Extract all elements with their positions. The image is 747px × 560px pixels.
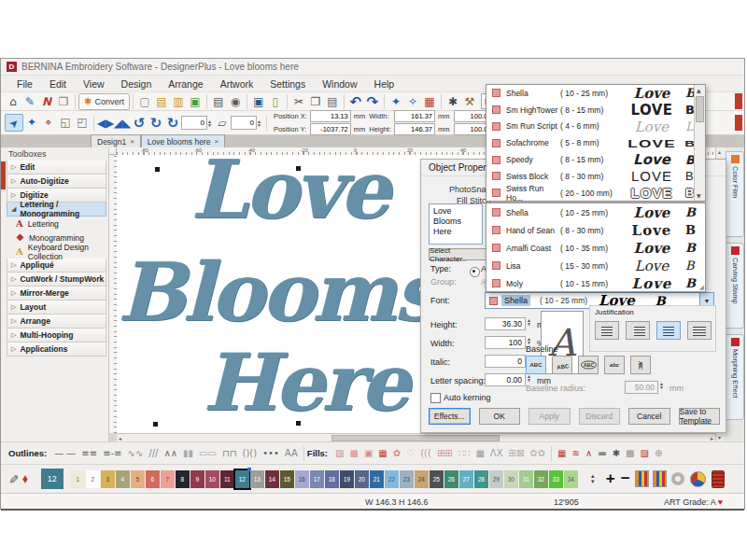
color-swatch[interactable]: 27 bbox=[459, 470, 473, 488]
lettering-text-input[interactable]: Love Blooms Here bbox=[429, 203, 483, 245]
embroidery-text[interactable]: Blooms bbox=[118, 252, 437, 332]
rotate-angle-field[interactable]: 0 bbox=[181, 116, 207, 130]
new-design-icon[interactable]: ▢ bbox=[136, 93, 153, 109]
color-swatch[interactable]: 22 bbox=[385, 470, 399, 488]
font-option[interactable]: Shella ( 10 - 25 mm) Love B bbox=[486, 85, 705, 102]
color-swatch[interactable]: 6 bbox=[146, 470, 160, 488]
color-swatch[interactable]: 20 bbox=[355, 470, 369, 488]
color-swatch[interactable]: 3 bbox=[101, 470, 115, 488]
redo-icon[interactable]: ↷ bbox=[364, 93, 381, 109]
mirror-x-icon[interactable]: ◀▶ bbox=[97, 115, 114, 131]
open-recent-icon[interactable]: ▥ bbox=[170, 93, 187, 109]
toolbox-section[interactable]: ◢ Lettering / Monogramming bbox=[7, 203, 106, 217]
save-design-icon[interactable]: ▣ bbox=[187, 93, 204, 109]
undo-icon[interactable]: ↶ bbox=[347, 93, 364, 109]
toolbox-section[interactable]: ▷ Auto-Digitize bbox=[7, 175, 106, 189]
dialog-button[interactable]: Cancel bbox=[628, 408, 670, 425]
selection-handle[interactable] bbox=[296, 166, 301, 171]
baseline-shape-button[interactable]: ABC bbox=[552, 356, 572, 374]
outline-bar-stitch[interactable]: ▮▮ bbox=[183, 448, 193, 458]
toolbox-section[interactable]: ▷ CutWork / StumpWork bbox=[7, 273, 106, 287]
document-tab[interactable]: Design1 × bbox=[91, 134, 141, 147]
scroll-up-icon[interactable]: ▲ bbox=[697, 87, 701, 93]
scrollbar-thumb[interactable] bbox=[331, 435, 500, 441]
fill-zigzag-red[interactable]: ≋ bbox=[572, 448, 580, 458]
color-picker-icon[interactable]: ✎ bbox=[7, 474, 21, 484]
color-swatch[interactable]: 13 bbox=[250, 470, 264, 488]
baseline-radius-spinner[interactable]: ▲▼ bbox=[659, 382, 664, 389]
italic-field[interactable]: 0 bbox=[485, 355, 526, 368]
baseline-shape-button[interactable]: ABC bbox=[526, 356, 546, 374]
position-y-field[interactable]: -1037.72 bbox=[310, 123, 351, 135]
color-swatch[interactable]: 16 bbox=[295, 470, 309, 488]
justify-center-button[interactable] bbox=[656, 321, 681, 340]
reshape-icon[interactable]: ⌖ bbox=[40, 114, 57, 130]
font-option[interactable]: Swiss Block ( 8 - 30 mm) LOVE B bbox=[486, 168, 705, 185]
color-film-toggle-icon[interactable]: ▦ bbox=[421, 93, 438, 109]
scroll-down-icon[interactable]: ▾ bbox=[718, 434, 721, 441]
color-swatch[interactable]: 32 bbox=[534, 470, 548, 488]
fill-globe[interactable]: ⊕ bbox=[655, 448, 662, 458]
color-swatch[interactable]: 30 bbox=[504, 470, 518, 488]
width-spinner[interactable]: ▲▼ bbox=[527, 337, 531, 344]
cut-icon[interactable]: ✂ bbox=[290, 93, 307, 109]
toolbox-section[interactable]: ▷ Multi-Hooping bbox=[7, 329, 106, 343]
write-to-machine-icon[interactable]: ▣ bbox=[250, 93, 267, 109]
rotate-spinner[interactable]: ▲▼ bbox=[207, 119, 212, 127]
font-option[interactable]: Hand of Sean ( 8 - 30 mm) Love B bbox=[486, 221, 705, 239]
color-swatch[interactable]: 19 bbox=[340, 470, 354, 488]
fill-border[interactable]: ▣ bbox=[364, 448, 373, 458]
color-swatch[interactable]: 23 bbox=[400, 470, 414, 488]
toolbox-section[interactable]: ▷ Edit bbox=[7, 161, 106, 175]
width-field[interactable]: 100 bbox=[485, 336, 526, 349]
selection-handle[interactable] bbox=[296, 421, 301, 426]
rotate-ccw-45-icon[interactable]: ↺ bbox=[131, 115, 148, 131]
outline-wide-stitch[interactable]: ▭▭ bbox=[199, 448, 217, 458]
zoom-in-design-icon[interactable]: ✦ bbox=[388, 93, 404, 109]
color-swatch[interactable]: 33 bbox=[549, 470, 563, 488]
hoop-icon[interactable] bbox=[671, 472, 684, 485]
color-swatch[interactable]: 7 bbox=[161, 470, 175, 488]
outline-sketch-stitch[interactable]: ≡-≡ bbox=[103, 448, 121, 458]
font-option[interactable]: Moly ( 10 - 15 mm) Love B bbox=[486, 274, 705, 292]
height-field[interactable]: 146.37 bbox=[394, 123, 435, 135]
scrollbar-thumb[interactable] bbox=[696, 96, 704, 122]
select-arrow-icon[interactable]: ➤ bbox=[5, 114, 23, 132]
menu-item[interactable]: View bbox=[75, 77, 113, 91]
thread-chart-icon[interactable] bbox=[653, 470, 667, 487]
rotate-free-icon[interactable]: ↻ bbox=[164, 115, 181, 131]
menu-item[interactable]: Arrange bbox=[160, 77, 211, 91]
outline-triple-stitch[interactable]: ≡≡ bbox=[81, 448, 97, 458]
color-swatch[interactable]: 8 bbox=[176, 470, 190, 488]
color-swatch[interactable]: 21 bbox=[370, 470, 384, 488]
color-swatch[interactable]: 28 bbox=[474, 470, 488, 488]
embroidery-text[interactable]: Here bbox=[204, 343, 408, 422]
fill-heart[interactable]: ♡ bbox=[406, 448, 415, 458]
font-option[interactable]: Lisa ( 15 - 30 mm) Love B bbox=[486, 257, 705, 274]
fill-solid[interactable]: ■ bbox=[349, 448, 358, 458]
resize-box-icon[interactable]: ◱ bbox=[57, 114, 74, 130]
color-swatch[interactable]: 24 bbox=[415, 470, 429, 488]
baseline-shape-button[interactable]: ABC bbox=[630, 356, 651, 374]
docked-panel-tab[interactable]: Morphing Effect bbox=[726, 334, 744, 420]
font-option[interactable]: Sm Run Script ( 4 - 6 mm) Love L bbox=[486, 119, 705, 135]
fill-mesh[interactable]: ▦ bbox=[475, 448, 484, 458]
add-color-button[interactable]: + bbox=[606, 471, 615, 486]
dialog-button[interactable]: Discard bbox=[579, 408, 621, 425]
font-list-scrollbar[interactable]: ▲ ▼ bbox=[694, 85, 705, 201]
font-option[interactable]: Speedy ( 8 - 15 mm) Love B bbox=[486, 151, 705, 168]
toolbox-section[interactable]: ▷ Layout bbox=[7, 301, 106, 315]
color-wheel-icon[interactable] bbox=[690, 471, 706, 487]
cascade-icon[interactable]: ❐ bbox=[55, 93, 72, 109]
baseline-shape-button[interactable]: abc bbox=[604, 356, 625, 374]
thread-colors-icon[interactable] bbox=[635, 470, 649, 487]
fill-weave[interactable]: ▦ bbox=[378, 448, 387, 458]
quick-tools-icon[interactable]: ⚒ bbox=[461, 93, 478, 109]
color-swatch[interactable]: 4 bbox=[116, 470, 130, 488]
color-swatch[interactable]: 2 bbox=[86, 470, 100, 488]
toolbox-section[interactable]: ▷ Arrange bbox=[7, 315, 106, 329]
docked-panel-tab[interactable]: Carving Stamp bbox=[726, 243, 744, 329]
color-swatch[interactable]: 5 bbox=[131, 470, 145, 488]
color-swatch[interactable]: 12 bbox=[235, 470, 249, 488]
polygon-select-icon[interactable]: ✦ bbox=[23, 114, 40, 130]
